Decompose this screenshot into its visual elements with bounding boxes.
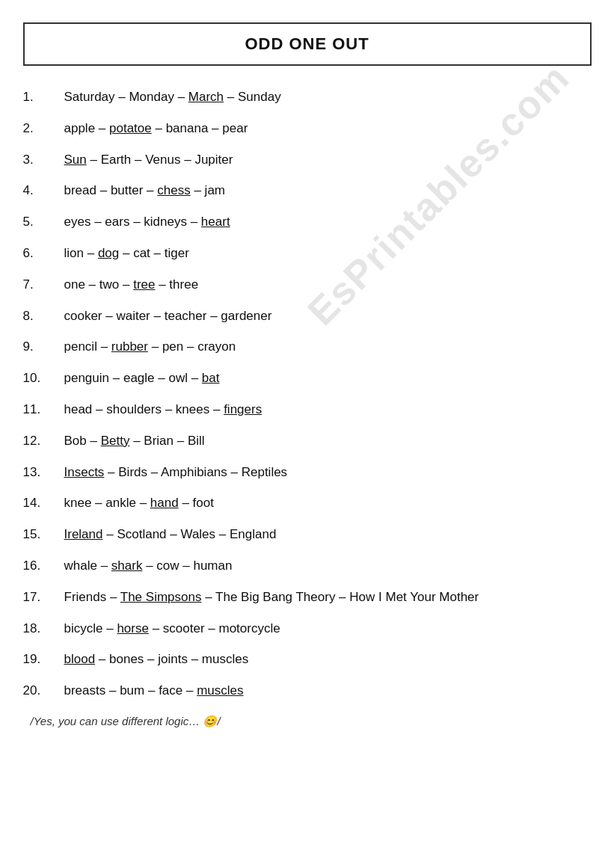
item-content: pencil – rubber – pen – crayon: [64, 338, 592, 356]
list-item: 12.Bob – Betty – Brian – Bill: [23, 432, 592, 450]
item-number: 20.: [23, 683, 64, 698]
item-number: 17.: [23, 590, 64, 605]
item-number: 16.: [23, 558, 64, 573]
list-item: 2.apple – potatoe – banana – pear: [23, 120, 592, 138]
item-content: cooker – waiter – teacher – gardener: [64, 307, 592, 325]
item-number: 6.: [23, 246, 64, 261]
item-content: one – two – tree – three: [64, 276, 592, 294]
item-content: head – shoulders – knees – fingers: [64, 401, 592, 419]
list-item: 18.bicycle – horse – scooter – motorcycl…: [23, 620, 592, 638]
list-item: 8.cooker – waiter – teacher – gardener: [23, 307, 592, 325]
list-item: 7.one – two – tree – three: [23, 276, 592, 294]
item-number: 11.: [23, 402, 64, 417]
list-item: 14.knee – ankle – hand – foot: [23, 494, 592, 512]
item-content: blood – bones – joints – muscles: [64, 650, 592, 668]
page: EsPrintables.com ODD ONE OUT 1.Saturday …: [23, 22, 592, 728]
item-content: Insects – Birds – Amphibians – Reptiles: [64, 464, 592, 481]
title-box: ODD ONE OUT: [23, 22, 592, 66]
item-number: 13.: [23, 465, 64, 480]
list-item: 13.Insects – Birds – Amphibians – Reptil…: [23, 464, 592, 481]
item-number: 5.: [23, 215, 64, 230]
item-number: 18.: [23, 621, 64, 636]
item-number: 4.: [23, 183, 64, 198]
item-content: lion – dog – cat – tiger: [64, 244, 592, 262]
item-content: Friends – The Simpsons – The Big Bang Th…: [64, 588, 592, 606]
item-number: 10.: [23, 371, 64, 386]
list-item: 16.whale – shark – cow – human: [23, 557, 592, 575]
item-content: bread – butter – chess – jam: [64, 182, 592, 200]
item-number: 15.: [23, 527, 64, 542]
list-item: 6.lion – dog – cat – tiger: [23, 244, 592, 262]
item-content: bicycle – horse – scooter – motorcycle: [64, 620, 592, 638]
item-number: 1.: [23, 90, 64, 105]
list-item: 5.eyes – ears – kidneys – heart: [23, 213, 592, 231]
item-number: 3.: [23, 153, 64, 167]
page-title: ODD ONE OUT: [245, 34, 369, 53]
item-content: Saturday – Monday – March – Sunday: [64, 88, 592, 106]
list-item: 9.pencil – rubber – pen – crayon: [23, 338, 592, 356]
item-content: knee – ankle – hand – foot: [64, 494, 592, 512]
item-content: breasts – bum – face – muscles: [64, 682, 592, 700]
footer-note: /Yes, you can use different logic… 😊/: [23, 715, 592, 728]
list-item: 19.blood – bones – joints – muscles: [23, 650, 592, 668]
item-number: 14.: [23, 496, 64, 511]
item-number: 2.: [23, 121, 64, 136]
item-number: 12.: [23, 434, 64, 449]
item-content: Ireland – Scotland – Wales – England: [64, 526, 592, 544]
item-content: eyes – ears – kidneys – heart: [64, 213, 592, 231]
list-item: 1.Saturday – Monday – March – Sunday: [23, 88, 592, 106]
odd-one-out-list: 1.Saturday – Monday – March – Sunday2.ap…: [23, 88, 592, 700]
list-item: 20.breasts – bum – face – muscles: [23, 682, 592, 700]
item-content: Bob – Betty – Brian – Bill: [64, 432, 592, 450]
item-number: 9.: [23, 339, 64, 354]
item-content: Sun – Earth – Venus – Jupiter: [64, 151, 592, 169]
item-number: 19.: [23, 652, 64, 667]
item-content: penguin – eagle – owl – bat: [64, 369, 592, 387]
list-item: 15.Ireland – Scotland – Wales – England: [23, 526, 592, 544]
item-number: 8.: [23, 309, 64, 324]
item-content: whale – shark – cow – human: [64, 557, 592, 575]
item-content: apple – potatoe – banana – pear: [64, 120, 592, 138]
item-number: 7.: [23, 277, 64, 292]
list-item: 4.bread – butter – chess – jam: [23, 182, 592, 200]
list-item: 10.penguin – eagle – owl – bat: [23, 369, 592, 387]
list-item: 11.head – shoulders – knees – fingers: [23, 401, 592, 419]
list-item: 3.Sun – Earth – Venus – Jupiter: [23, 151, 592, 169]
list-item: 17.Friends – The Simpsons – The Big Bang…: [23, 588, 592, 606]
